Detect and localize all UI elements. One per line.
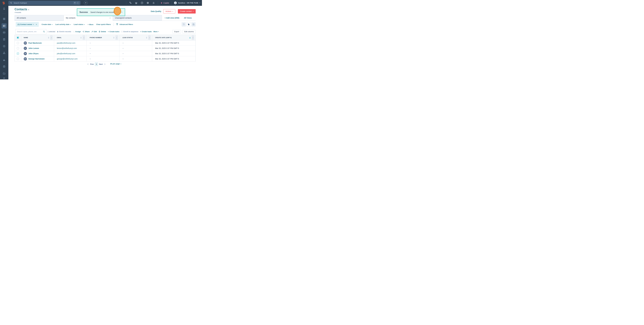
column-header-create-date[interactable]: CREATE DATE (GMT-5) ⋮ bbox=[152, 35, 196, 40]
contact-name-link[interactable]: George Harristown bbox=[28, 58, 44, 60]
contact-name-link[interactable]: John Lemon bbox=[28, 47, 39, 49]
settings-gear-icon[interactable] bbox=[146, 2, 149, 4]
contact-email-link[interactable]: joko@onthefuzeyt.com bbox=[57, 52, 75, 54]
copilot-button[interactable]: Copilot bbox=[160, 2, 169, 4]
caret-down-icon: ▾ bbox=[52, 24, 52, 25]
sidebar-item-crm-contacts[interactable] bbox=[3, 24, 6, 27]
edit-columns-button[interactable]: Edit columns bbox=[182, 30, 196, 33]
column-header-email[interactable]: EMAIL ⋮ bbox=[54, 35, 87, 40]
row-checkbox[interactable] bbox=[17, 58, 19, 60]
notifications-bell-icon[interactable] bbox=[152, 2, 155, 4]
contact-email-link[interactable]: paul@onthefuzeyt.com bbox=[57, 42, 75, 44]
prev-page-link[interactable]: Prev bbox=[90, 63, 94, 65]
quick-create-button[interactable]: + bbox=[84, 1, 88, 5]
filter-lead-status[interactable]: Lead status▾ bbox=[74, 23, 85, 25]
table-search-box[interactable] bbox=[15, 29, 46, 34]
sidebar-item-data-management[interactable] bbox=[3, 65, 6, 68]
export-button[interactable]: Export bbox=[172, 30, 181, 33]
tab-all-contacts[interactable]: All contacts bbox=[14, 15, 64, 20]
global-search-input[interactable] bbox=[14, 2, 73, 4]
phone-cell: -- bbox=[90, 47, 91, 49]
column-menu-icon[interactable]: ⋮ bbox=[116, 35, 118, 40]
advanced-filters-link[interactable]: Advanced filters bbox=[116, 23, 133, 25]
marketplace-icon[interactable] bbox=[135, 2, 138, 4]
action-label: More bbox=[154, 31, 158, 32]
create-leads-action[interactable]: + Create leads bbox=[140, 31, 152, 32]
assign-action[interactable]: → Assign bbox=[73, 31, 81, 32]
add-view-link[interactable]: + Add view (3/50) bbox=[164, 17, 179, 19]
sidebar-collapse-icon[interactable] bbox=[3, 77, 6, 79]
global-search[interactable]: ⌘ K bbox=[8, 1, 80, 5]
lead-status-cell: -- bbox=[122, 52, 124, 54]
sidebar-item-automations[interactable] bbox=[3, 52, 6, 54]
column-header-name[interactable]: NAME ⋮ bbox=[21, 35, 54, 40]
actions-button[interactable]: Actions ▾ bbox=[163, 9, 175, 13]
help-icon[interactable]: ? bbox=[141, 2, 143, 4]
clear-quick-filters-link[interactable]: Clear quick filters bbox=[96, 23, 111, 25]
column-menu-icon[interactable]: ⋮ bbox=[148, 35, 150, 40]
data-quality-link[interactable]: Data Quality bbox=[151, 10, 161, 12]
tab-close-icon[interactable]: × bbox=[108, 17, 111, 19]
column-menu-icon[interactable]: ⋮ bbox=[192, 35, 194, 40]
share-icon bbox=[82, 31, 84, 32]
save-view-button[interactable] bbox=[192, 22, 196, 26]
filter-chip-close-icon[interactable]: × bbox=[36, 23, 37, 25]
filter-last-activity-date[interactable]: Last activity date▾ bbox=[55, 23, 71, 25]
sidebar-item-marketing[interactable] bbox=[3, 31, 6, 34]
enrich-records-action[interactable]: Enrich records bbox=[57, 31, 71, 32]
hubspot-logo-icon[interactable] bbox=[2, 1, 6, 5]
toast-close-icon[interactable]: × bbox=[121, 11, 122, 13]
sidebar-item-content[interactable] bbox=[3, 38, 6, 41]
column-menu-icon[interactable]: ⋮ bbox=[50, 35, 52, 40]
sidebar-item-workspaces[interactable] bbox=[3, 18, 6, 20]
sort-toggle-icon[interactable] bbox=[80, 37, 82, 38]
sidebar-item-commerce[interactable]: $ bbox=[3, 45, 6, 47]
row-checkbox[interactable] bbox=[17, 42, 19, 44]
undo-button[interactable] bbox=[182, 22, 186, 26]
column-menu-icon[interactable]: ⋮ bbox=[83, 35, 85, 40]
filter-label: More bbox=[89, 23, 94, 25]
account-menu[interactable]: Sandbox - ON THE FUZE ▾ bbox=[174, 1, 200, 4]
actions-caret-icon: ▾ bbox=[172, 11, 173, 12]
create-tasks-action[interactable]: + Create tasks bbox=[108, 31, 120, 32]
contact-name-link[interactable]: Paul Mackenzie bbox=[28, 42, 42, 44]
contact-owner-filter-chip[interactable]: (1) Contact owner ▾ × bbox=[16, 22, 39, 27]
row-checkbox[interactable] bbox=[17, 47, 19, 49]
prev-chevron-icon[interactable] bbox=[87, 63, 89, 65]
row-checkbox[interactable] bbox=[17, 52, 19, 54]
sort-toggle-icon[interactable] bbox=[113, 37, 114, 38]
next-page-link[interactable]: Next bbox=[99, 63, 103, 65]
more-actions-menu[interactable]: More ▾ bbox=[154, 31, 159, 32]
select-all-checkbox[interactable] bbox=[17, 36, 19, 39]
delete-action[interactable]: Delete bbox=[99, 31, 106, 32]
per-page-selector[interactable]: 25 per page▾ bbox=[110, 63, 121, 65]
all-views-link[interactable]: All Views bbox=[184, 17, 192, 19]
enroll-in-sequence-action[interactable]: Enroll in sequence bbox=[121, 31, 138, 32]
next-chevron-icon[interactable] bbox=[104, 63, 106, 65]
contact-name-link[interactable]: Joko Ohyes bbox=[28, 52, 38, 54]
table-search-input[interactable] bbox=[17, 31, 43, 32]
page-title-row[interactable]: Contacts ▾ bbox=[14, 7, 29, 11]
tab-label: All contacts bbox=[17, 17, 26, 19]
column-header-phone[interactable]: PHONE NUMBER ⋮ bbox=[86, 35, 120, 40]
column-header-lead-status[interactable]: LEAD STATUS ⋮ bbox=[120, 35, 152, 40]
sidebar-item-library[interactable] bbox=[3, 72, 6, 75]
more-filters-link[interactable]: +More bbox=[88, 23, 94, 25]
contact-avatar: PM bbox=[24, 41, 27, 45]
clone-view-button[interactable] bbox=[186, 22, 191, 26]
sidebar-item-reporting[interactable] bbox=[3, 58, 6, 61]
calling-icon[interactable] bbox=[129, 2, 132, 4]
sort-toggle-icon[interactable] bbox=[48, 37, 49, 38]
table-row: JLJohn Lemon lemon@onthefuzeyt.com -- --… bbox=[15, 46, 196, 51]
sort-descending-icon[interactable] bbox=[189, 37, 190, 38]
edit-action[interactable]: Edit bbox=[92, 31, 97, 32]
current-page-button[interactable]: 1 bbox=[95, 62, 98, 66]
create-contact-button[interactable]: Create contact ▾ bbox=[178, 9, 196, 13]
sort-toggle-icon[interactable] bbox=[146, 37, 147, 38]
contact-email-link[interactable]: lemon@onthefuzeyt.com bbox=[57, 47, 77, 49]
contact-email-link[interactable]: george@onthefuzeyt.com bbox=[57, 58, 78, 60]
filter-create-date[interactable]: Create date▾ bbox=[42, 23, 52, 25]
sidebar-item-bookmarks[interactable] bbox=[3, 7, 6, 10]
share-action[interactable]: Share bbox=[82, 31, 90, 32]
contacts-table: NAME ⋮ EMAIL ⋮ PHONE NUMBER ⋮ LEAD STATU… bbox=[14, 35, 196, 61]
